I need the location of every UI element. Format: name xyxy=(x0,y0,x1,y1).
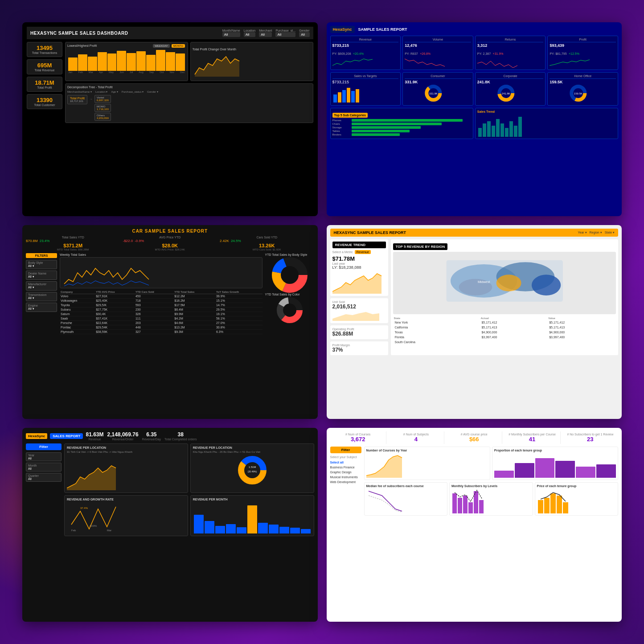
filter-month-label: Month/Name xyxy=(222,29,240,32)
svg-rect-6 xyxy=(356,89,359,103)
kpi-revday-big: 6.35 xyxy=(142,431,161,438)
toggle-month[interactable]: MONTH xyxy=(172,44,185,48)
svg-text:(20.49%): (20.49%) xyxy=(247,470,257,473)
rpl1-chart xyxy=(67,455,185,490)
filter-web[interactable]: Web Development xyxy=(330,480,361,484)
filter-business[interactable]: Business Finance xyxy=(330,465,361,470)
card1-header: HEXASYNC SAMPLE SALES DASHBOARD Month/Na… xyxy=(27,27,313,39)
car-avg-change: -$22.0 xyxy=(123,239,133,243)
filter-btn[interactable]: Filter xyxy=(26,443,62,450)
ms-title: Monthly Subscribers by Levels xyxy=(451,484,531,488)
filter-location-value: All xyxy=(244,32,255,37)
kpi-subs-value: 41 xyxy=(505,436,558,443)
kpi-courses-label: # Num of Courses xyxy=(332,433,385,436)
bar-sep xyxy=(226,524,236,533)
metric-volume-prev: PY: R837 +26.8% xyxy=(405,49,471,57)
monthly-subs-chart: Monthly Subscribers by Levels xyxy=(449,482,533,516)
mf-title: Median fee of subscribers each course xyxy=(366,484,446,488)
filter-location[interactable]: Location All xyxy=(244,29,255,37)
filter-engine[interactable]: Engine All ▾ xyxy=(26,303,57,312)
filter-courses-btn[interactable]: Filter xyxy=(330,447,361,453)
bar-10 xyxy=(156,50,165,71)
metric-value-badge[interactable]: Revenue xyxy=(355,250,371,254)
rev-growth-chart: REVENUE AND GROWTH RATE 37.4% -500% Feb … xyxy=(64,495,188,536)
filter-month[interactable]: Month/Name All xyxy=(222,29,240,37)
svg-rect-25 xyxy=(518,117,522,137)
bar-0-3 xyxy=(515,463,534,478)
metric-returns-change: +31.9% xyxy=(493,52,504,55)
filter-month-dark[interactable]: Month All xyxy=(26,463,62,472)
filter-dealer[interactable]: Dealer Name All ▾ xyxy=(26,271,57,280)
map-svg: Midwest xyxy=(393,252,616,314)
card-car-sales-report: CAR SAMPLE SALES REPORT Total Sales YTD … xyxy=(22,225,318,419)
svg-rect-3 xyxy=(342,90,346,103)
car-stat-total-sub: MTD Total Sales: $56.2BM xyxy=(26,248,120,251)
card2-header: HexaSync SAMPLE SALES REPORT xyxy=(330,26,619,33)
card5-body: Filter Year All Month All Quarter All RE xyxy=(26,443,314,536)
filter-gender[interactable]: Gender All xyxy=(299,29,309,37)
svg-rect-1 xyxy=(333,94,337,103)
pte-area xyxy=(537,489,616,513)
consumer-value: 331.9K xyxy=(405,80,471,84)
car-stats-row: Total Sales YTD $70.8M 23.4% $371.2M MTD… xyxy=(26,236,314,251)
home-office-value: 159.5K xyxy=(550,80,616,84)
toggle-weekday[interactable]: WEEKDAY xyxy=(153,44,170,48)
kpi-revenue: 695M Total Revenue xyxy=(27,59,62,74)
kpi-transactions-value: 13495 xyxy=(29,45,60,51)
bar-tables xyxy=(352,130,410,132)
filter-manufacturer[interactable]: Manufacturer All ▾ xyxy=(26,281,57,291)
kpi-orders-small: Total Completed orders xyxy=(164,438,197,441)
course-top-charts: Number of Courses by Year Proportion of … xyxy=(364,447,619,480)
filter-quarter-dark[interactable]: Quarter All xyxy=(26,473,62,482)
kpi-revenue-label: Total Revenue xyxy=(29,69,60,72)
pm-label: Profit Margin xyxy=(332,344,386,347)
metric-profit-value: $93,439 xyxy=(550,43,616,48)
price-tenure-chart: Price of each tenure group xyxy=(535,482,619,516)
kpi-revday-small: Revenue/Day xyxy=(142,438,161,441)
filter-merchant[interactable]: Merchant All xyxy=(259,29,272,37)
bar-feb xyxy=(194,515,204,533)
metric-volume-value: 12,476 xyxy=(405,43,471,48)
op-profit-value: $26.88M xyxy=(332,331,386,337)
kpi-num-subjects: # Num of Subjects 4 xyxy=(388,431,444,444)
bar-m3 xyxy=(290,528,300,533)
car-avg-label: AVG Price YTD xyxy=(123,236,217,239)
bar-free xyxy=(494,471,514,478)
ytd-color-title: YTD Total Sales by Color xyxy=(265,293,314,296)
kpi-transactions-label: Total Transactions xyxy=(29,51,60,54)
metric-profit-change: +12.5% xyxy=(569,52,579,55)
filter-year-dark[interactable]: Year All xyxy=(26,452,62,461)
svg-rect-61 xyxy=(544,498,550,513)
th-growth: YoY Sales Growth xyxy=(215,290,263,294)
table-row: Volkswagen$25,40K718$18.2M15.1% xyxy=(60,299,263,303)
bar-nov xyxy=(247,505,257,533)
kpi-revday-item: 6.35 Revenue/Day xyxy=(142,431,161,441)
consumer-title: Consumer xyxy=(405,74,471,79)
filter-musical[interactable]: Musical Instruments xyxy=(330,475,361,480)
filter-purchase[interactable]: Purchase_st... All xyxy=(275,29,295,37)
metric-revenue-value: $733,215 xyxy=(332,43,399,48)
card-hexasync-sales: HexaSync SALES REPORT 81.63M Revenue 2,1… xyxy=(22,428,318,622)
card1-kpis: 13495 Total Transactions 695M Total Reve… xyxy=(27,42,62,123)
filter-graphic[interactable]: Graphic Design xyxy=(330,470,361,475)
card1-title: HEXASYNC SAMPLE SALES DASHBOARD xyxy=(30,31,128,36)
filter-month-value: All xyxy=(222,32,240,37)
kpi-orders-item: 38 Total Completed orders xyxy=(164,431,197,441)
rev-month-bars xyxy=(193,502,312,533)
filter-purchase-value: All xyxy=(275,32,295,37)
metric-selector: Select a Metric Revenue xyxy=(332,250,386,254)
car-table-body: Volvo$27,91K450$12.2M39.9%Volkswagen$25,… xyxy=(60,294,263,334)
car-avg-sub: MTD AVG Price: $28.24K xyxy=(123,248,217,251)
svg-rect-59 xyxy=(479,500,484,513)
car-sold-value: 13.26K xyxy=(220,243,314,248)
decomp-level2: Viettel6,887,326 MOMO1,716,100 Others4,9… xyxy=(94,95,111,121)
svg-rect-62 xyxy=(550,493,556,513)
decomp-filters: MerchandiseName ▾ Location ▾ Age ▾ Purch… xyxy=(67,90,311,93)
filter-transmission[interactable]: Transmission All ▾ xyxy=(26,292,57,301)
filter-body-style[interactable]: Body Style All ▾ xyxy=(26,260,57,269)
filters-label: FILTERS xyxy=(26,253,57,258)
card6-kpis: # Num of Courses 3,672 # Num of Subjects… xyxy=(330,431,619,444)
filter-select-all[interactable]: Select all xyxy=(330,460,361,465)
table-row: Volvo$27,91K450$12.2M39.9% xyxy=(60,294,263,299)
svg-text:37.4%: 37.4% xyxy=(80,507,88,509)
